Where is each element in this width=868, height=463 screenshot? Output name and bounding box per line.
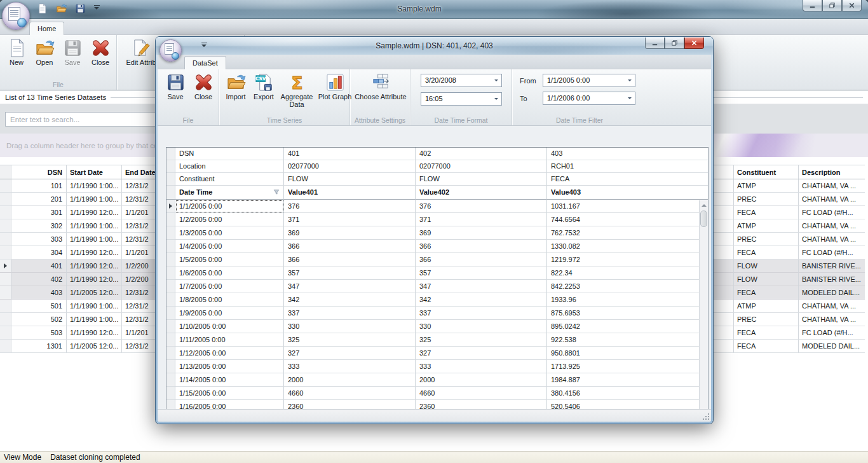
row-indicator [166, 333, 175, 347]
cell-value401: 337 [284, 307, 416, 320]
dataset-titlebar[interactable]: Sample.wdm | DSN: 401, 402, 403 [156, 37, 713, 55]
cell-constituent: FECA [734, 206, 799, 219]
cell-description: FC LOAD (#/H... [799, 326, 865, 340]
time-format-select[interactable]: 16:05 [421, 92, 502, 106]
column-header-start-date[interactable]: Start Date [67, 165, 122, 179]
save-button[interactable]: Save [58, 37, 86, 66]
table-row[interactable]: 1/6/2005 0:00357357822.34 [166, 266, 708, 280]
choose-attribute-button[interactable]: Choose Attribute [353, 71, 407, 100]
quick-access-dropdown-icon[interactable] [94, 5, 100, 12]
scrollbar-thumb[interactable] [700, 211, 707, 227]
attribute-row[interactable]: DSN401402403 [166, 148, 708, 160]
cell-start-date: 1/1/1990 12:0... [67, 259, 122, 273]
open-button[interactable]: Open [31, 37, 58, 66]
chevron-down-icon[interactable] [625, 92, 635, 104]
main-titlebar[interactable]: Sample.wdm [0, 0, 868, 19]
restore-button[interactable] [822, 0, 842, 11]
table-row[interactable]: 1/14/2005 0:00200020001984.887 [166, 373, 708, 387]
filter-funnel-icon[interactable] [273, 189, 280, 195]
group-by-hint: Drag a column header here to group by th… [6, 142, 173, 149]
table-row[interactable]: 1/8/2005 0:003423421933.96 [166, 293, 708, 307]
application-menu-orb[interactable] [2, 2, 30, 30]
new-page-icon [7, 38, 27, 58]
minimize-button[interactable] [645, 38, 665, 49]
application-menu-orb[interactable] [159, 39, 182, 62]
row-indicator [166, 280, 175, 293]
column-header-dsn[interactable]: DSN [11, 165, 67, 179]
floppy-disk-icon [63, 38, 83, 58]
resize-grip[interactable] [703, 413, 709, 420]
vertical-scrollbar[interactable] [699, 200, 708, 422]
table-row[interactable]: 1/3/2005 0:00369369762.7532 [166, 226, 708, 240]
table-row[interactable]: 1/4/2005 0:003663661330.082 [166, 240, 708, 253]
cell-date-time: 1/14/2005 0:00 [175, 373, 284, 387]
cell-value402: 366 [416, 253, 547, 266]
attribute-row[interactable]: ConstituentFLOWFLOWFECA [166, 173, 708, 186]
restore-button[interactable] [665, 38, 684, 49]
child-attr-rows: DSN401402403Location0207700002077000RCH0… [166, 148, 708, 186]
dataset-values-table: DSN401402403Location0207700002077000RCH0… [166, 147, 709, 422]
open-folder-icon[interactable] [56, 3, 67, 14]
filter-to-select[interactable]: 1/1/2006 0:00 [543, 92, 635, 105]
row-indicator [166, 387, 175, 400]
column-header-value401[interactable]: Value401 [284, 186, 416, 200]
cell-description: MODELED DAIL... [799, 286, 865, 300]
cell-start-date: 1/1/1990 1:00... [67, 193, 122, 206]
table-row[interactable]: 1/10/2005 0:00330330895.0242 [166, 320, 708, 333]
tab-home[interactable]: Home [29, 22, 64, 35]
sigma-icon [287, 73, 307, 92]
table-row[interactable]: 1/12/2005 0:00327327950.8801 [166, 347, 708, 360]
column-header-value402[interactable]: Value402 [416, 186, 547, 200]
table-row[interactable]: 1/9/2005 0:00337337875.6953 [166, 307, 708, 320]
table-row[interactable]: 1/11/2005 0:00325325922.538 [166, 333, 708, 347]
tab-dataset[interactable]: DataSet [184, 56, 226, 69]
save-icon[interactable] [75, 3, 86, 14]
filter-from-select[interactable]: 1/1/2005 0:00 [543, 74, 635, 87]
chevron-down-icon[interactable] [625, 74, 635, 86]
aggregate-data-button[interactable]: Aggregate Data [278, 71, 316, 108]
cell-start-date: 1/1/1990 1:00... [67, 219, 122, 233]
dataset-tabstrip: DataSet [158, 55, 711, 69]
column-header-value403[interactable]: Value403 [547, 186, 708, 200]
column-header-date-time[interactable]: Date Time [175, 186, 284, 200]
close-button-ribbon[interactable]: Close [86, 37, 114, 66]
main-tabstrip: Home [0, 19, 868, 35]
new-document-icon[interactable] [37, 3, 48, 14]
minimize-button[interactable] [803, 0, 822, 11]
cell-start-date: 1/1/2005 12:0... [67, 286, 122, 300]
close-button[interactable] [684, 38, 704, 49]
cell-403: FECA [547, 173, 708, 186]
orb-sphere-icon [17, 18, 27, 28]
column-header-constituent[interactable]: Constituent [734, 165, 799, 179]
close-button-ribbon[interactable]: Close [189, 71, 217, 100]
save-button[interactable]: Save [161, 71, 189, 100]
table-row[interactable]: 1/5/2005 0:003663661219.972 [166, 253, 708, 266]
date-format-select[interactable]: 3/20/2008 [421, 74, 502, 87]
column-header-description[interactable]: Description [799, 165, 865, 179]
table-row[interactable]: 1/15/2005 0:0046604660380.4156 [166, 387, 708, 400]
cell-date-time: 1/12/2005 0:00 [175, 347, 284, 360]
chevron-down-icon[interactable] [491, 93, 501, 105]
table-row[interactable]: 1/13/2005 0:003333331713.925 [166, 360, 708, 373]
row-indicator [166, 240, 175, 253]
cell-403: 403 [547, 148, 708, 160]
cell-value401: 347 [284, 280, 416, 293]
chevron-down-icon[interactable] [491, 74, 501, 86]
cell-value402: 325 [416, 333, 547, 347]
scroll-up-icon[interactable] [700, 200, 708, 210]
table-row[interactable]: 1/2/2005 0:00371371744.6564 [166, 213, 708, 226]
cell-dsn: 403 [11, 286, 67, 300]
row-indicator [0, 300, 11, 313]
table-row[interactable]: 1/1/2005 0:003763761031.167 [166, 200, 708, 213]
table-row[interactable]: 1/7/2005 0:00347347842.2253 [166, 280, 708, 293]
cell-start-date: 1/1/1990 12:0... [67, 246, 122, 259]
cell-value403: 1984.887 [547, 373, 708, 387]
plot-graph-button[interactable]: Plot Graph [316, 71, 354, 108]
csv-export-icon [254, 73, 274, 92]
export-button[interactable]: Export [250, 71, 278, 108]
new-button[interactable]: New [3, 37, 31, 66]
import-button[interactable]: Import [222, 71, 250, 108]
close-button[interactable] [842, 0, 862, 11]
attribute-row[interactable]: Location0207700002077000RCH01 [166, 160, 708, 173]
cell-date-time: 1/9/2005 0:00 [175, 307, 284, 320]
